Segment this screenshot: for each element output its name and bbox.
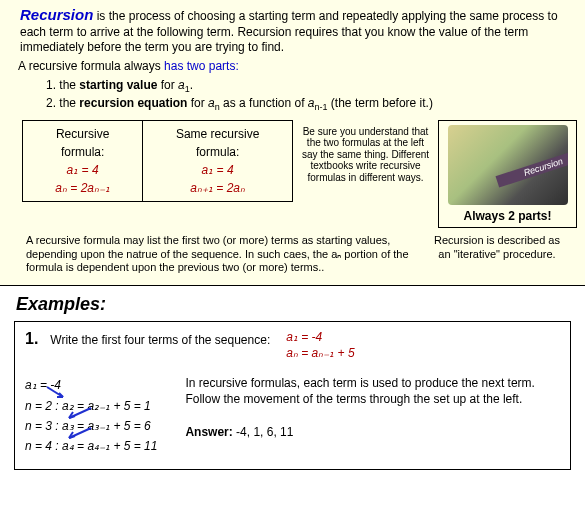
p2-c: for (187, 96, 208, 110)
eq1: a₁ = -4 (286, 330, 322, 344)
formula-note: Be sure you understand that the two form… (301, 120, 430, 184)
post-notes: A recursive formula may list the first t… (8, 228, 577, 275)
definition-block: Recursion is the process of choosing a s… (0, 0, 585, 286)
p2-b: recursion equation (79, 96, 187, 110)
c1a: a₁ = 4 (67, 163, 99, 177)
parts-link: has two parts: (164, 59, 239, 73)
worked-steps: a₁ = -4 n = 2 : a₂ = a₂₋₁ + 5 = 1 n = 3 … (25, 375, 157, 457)
example-explanation: In recursive formulas, each term is used… (185, 375, 560, 457)
p2-d: as a function of (220, 96, 308, 110)
w2: n = 2 : a₂ = a₂₋₁ + 5 = 1 (25, 399, 151, 413)
answer-value: -4, 1, 6, 11 (233, 425, 294, 439)
p1-b: starting value (79, 78, 157, 92)
c2b: aₙ₊₁ = 2aₙ (190, 181, 245, 195)
intro-paragraph: Recursion is the process of choosing a s… (8, 6, 577, 59)
examples-header: Examples: (16, 294, 571, 315)
w1: a₁ = -4 (25, 378, 61, 392)
intro-text: is the process of choosing a starting te… (20, 9, 558, 54)
recursion-banner: Recursion (495, 146, 567, 187)
p2-sub2: n-1 (315, 103, 328, 113)
w3: n = 3 : a₃ = a₃₋₁ + 5 = 6 (25, 419, 151, 433)
explain-text: In recursive formulas, each term is used… (185, 376, 535, 406)
keyword-recursion: Recursion (20, 6, 93, 23)
p1-sub: 1 (185, 84, 190, 94)
p1-var: a (178, 78, 185, 92)
th2: Same recursive formula: (176, 127, 259, 159)
example-number: 1. (25, 330, 38, 348)
sequence-definition: a₁ = -4 aₙ = aₙ₋₁ + 5 (286, 330, 354, 361)
two-parts-list: A recursive formula always has two parts… (8, 59, 577, 114)
p1-a: 1. the (46, 78, 79, 92)
example-question: Write the first four terms of the sequen… (50, 330, 270, 347)
p2-var2: a (308, 96, 315, 110)
post-left: A recursive formula may list the first t… (26, 234, 415, 275)
w4: n = 4 : a₄ = a₄₋₁ + 5 = 11 (25, 439, 157, 453)
recursion-illustration: Recursion (448, 125, 568, 205)
formula-table: Recursive formula: a₁ = 4 aₙ = 2aₙ₋₁ Sam… (22, 120, 293, 202)
eq2: aₙ = aₙ₋₁ + 5 (286, 346, 354, 360)
c2a: a₁ = 4 (202, 163, 234, 177)
p1-c: for (157, 78, 178, 92)
p2-e: (the term before it.) (328, 96, 433, 110)
parts-lead: A recursive formula always (18, 59, 164, 73)
example-1-box: 1. Write the first four terms of the seq… (14, 321, 571, 470)
post-right: Recursion is described as an "iterative"… (427, 234, 567, 275)
answer-label: Answer: (185, 425, 232, 439)
th1: Recursive formula: (56, 127, 109, 159)
p2-var: a (208, 96, 215, 110)
c1b: aₙ = 2aₙ₋₁ (55, 181, 110, 195)
recursion-image-box: Recursion Always 2 parts! (438, 120, 577, 228)
p2-a: 2. the (46, 96, 79, 110)
image-caption: Always 2 parts! (463, 209, 551, 223)
